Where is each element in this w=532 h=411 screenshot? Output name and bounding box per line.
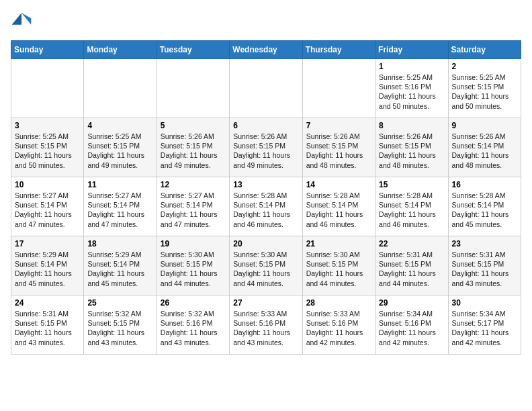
- day-number: 2: [452, 62, 517, 71]
- calendar-cell: 17Sunrise: 5:29 AM Sunset: 5:14 PM Dayli…: [11, 236, 84, 295]
- day-info: Sunrise: 5:26 AM Sunset: 5:15 PM Dayligh…: [306, 132, 371, 170]
- calendar-cell: 13Sunrise: 5:28 AM Sunset: 5:14 PM Dayli…: [230, 177, 302, 236]
- calendar-cell: 15Sunrise: 5:28 AM Sunset: 5:14 PM Dayli…: [375, 177, 448, 236]
- day-info: Sunrise: 5:34 AM Sunset: 5:16 PM Dayligh…: [379, 309, 444, 347]
- calendar-cell: 8Sunrise: 5:26 AM Sunset: 5:15 PM Daylig…: [375, 118, 448, 177]
- calendar-cell: 24Sunrise: 5:31 AM Sunset: 5:15 PM Dayli…: [11, 295, 84, 355]
- day-number: 11: [87, 180, 152, 189]
- day-info: Sunrise: 5:25 AM Sunset: 5:15 PM Dayligh…: [15, 132, 80, 170]
- calendar-cell: 27Sunrise: 5:33 AM Sunset: 5:16 PM Dayli…: [230, 295, 302, 355]
- day-number: 23: [452, 239, 517, 248]
- calendar-cell: 1Sunrise: 5:25 AM Sunset: 5:16 PM Daylig…: [375, 59, 448, 118]
- calendar-cell: 11Sunrise: 5:27 AM Sunset: 5:14 PM Dayli…: [84, 177, 157, 236]
- day-header-monday: Monday: [84, 41, 157, 59]
- day-number: 26: [161, 298, 226, 308]
- day-number: 21: [306, 239, 371, 248]
- day-info: Sunrise: 5:28 AM Sunset: 5:14 PM Dayligh…: [306, 191, 371, 229]
- day-header-saturday: Saturday: [448, 41, 521, 59]
- day-number: 10: [15, 180, 80, 189]
- day-number: 19: [161, 239, 226, 248]
- day-info: Sunrise: 5:25 AM Sunset: 5:15 PM Dayligh…: [452, 73, 517, 111]
- calendar-cell: 26Sunrise: 5:32 AM Sunset: 5:16 PM Dayli…: [157, 295, 229, 355]
- day-number: 13: [233, 180, 298, 189]
- day-header-sunday: Sunday: [11, 41, 84, 59]
- day-header-wednesday: Wednesday: [230, 41, 302, 59]
- calendar-week-row: 10Sunrise: 5:27 AM Sunset: 5:14 PM Dayli…: [11, 177, 521, 236]
- day-number: 4: [87, 121, 152, 130]
- day-number: 18: [87, 239, 152, 248]
- calendar-week-row: 17Sunrise: 5:29 AM Sunset: 5:14 PM Dayli…: [11, 236, 521, 295]
- calendar-cell: 2Sunrise: 5:25 AM Sunset: 5:15 PM Daylig…: [448, 59, 521, 118]
- day-info: Sunrise: 5:28 AM Sunset: 5:14 PM Dayligh…: [233, 191, 298, 229]
- day-info: Sunrise: 5:30 AM Sunset: 5:15 PM Dayligh…: [161, 250, 226, 288]
- calendar-cell: 19Sunrise: 5:30 AM Sunset: 5:15 PM Dayli…: [157, 236, 229, 295]
- calendar-cell: 6Sunrise: 5:26 AM Sunset: 5:15 PM Daylig…: [230, 118, 302, 177]
- day-number: 20: [233, 239, 298, 248]
- day-number: 24: [15, 298, 80, 308]
- calendar-cell: 21Sunrise: 5:30 AM Sunset: 5:15 PM Dayli…: [302, 236, 375, 295]
- logo: [11, 11, 35, 32]
- day-header-tuesday: Tuesday: [157, 41, 229, 59]
- day-info: Sunrise: 5:29 AM Sunset: 5:14 PM Dayligh…: [87, 250, 152, 288]
- day-number: 27: [233, 298, 298, 308]
- day-number: 1: [379, 62, 444, 71]
- day-header-thursday: Thursday: [302, 41, 375, 59]
- day-info: Sunrise: 5:27 AM Sunset: 5:14 PM Dayligh…: [87, 191, 152, 229]
- day-number: 9: [452, 121, 517, 130]
- day-info: Sunrise: 5:26 AM Sunset: 5:14 PM Dayligh…: [452, 132, 517, 170]
- calendar-cell: [11, 59, 84, 118]
- calendar-cell: 23Sunrise: 5:31 AM Sunset: 5:15 PM Dayli…: [448, 236, 521, 295]
- calendar-cell: 4Sunrise: 5:25 AM Sunset: 5:15 PM Daylig…: [84, 118, 157, 177]
- day-info: Sunrise: 5:29 AM Sunset: 5:14 PM Dayligh…: [15, 250, 80, 288]
- day-number: 17: [15, 239, 80, 248]
- day-info: Sunrise: 5:31 AM Sunset: 5:15 PM Dayligh…: [452, 250, 517, 288]
- day-info: Sunrise: 5:27 AM Sunset: 5:14 PM Dayligh…: [15, 191, 80, 229]
- day-info: Sunrise: 5:31 AM Sunset: 5:15 PM Dayligh…: [15, 309, 80, 347]
- day-info: Sunrise: 5:28 AM Sunset: 5:14 PM Dayligh…: [452, 191, 517, 229]
- calendar-cell: 14Sunrise: 5:28 AM Sunset: 5:14 PM Dayli…: [302, 177, 375, 236]
- logo-icon: [11, 11, 32, 32]
- calendar-cell: 29Sunrise: 5:34 AM Sunset: 5:16 PM Dayli…: [375, 295, 448, 355]
- day-info: Sunrise: 5:26 AM Sunset: 5:15 PM Dayligh…: [379, 132, 444, 170]
- day-number: 16: [452, 180, 517, 189]
- calendar-cell: [84, 59, 157, 118]
- calendar-cell: 18Sunrise: 5:29 AM Sunset: 5:14 PM Dayli…: [84, 236, 157, 295]
- day-number: 7: [306, 121, 371, 130]
- calendar-cell: 22Sunrise: 5:31 AM Sunset: 5:15 PM Dayli…: [375, 236, 448, 295]
- calendar-week-row: 3Sunrise: 5:25 AM Sunset: 5:15 PM Daylig…: [11, 118, 521, 177]
- day-info: Sunrise: 5:32 AM Sunset: 5:15 PM Dayligh…: [87, 309, 152, 347]
- page-header: [11, 11, 521, 32]
- calendar-week-row: 24Sunrise: 5:31 AM Sunset: 5:15 PM Dayli…: [11, 295, 521, 355]
- calendar-table: SundayMondayTuesdayWednesdayThursdayFrid…: [11, 40, 521, 355]
- calendar-cell: 9Sunrise: 5:26 AM Sunset: 5:14 PM Daylig…: [448, 118, 521, 177]
- calendar-cell: 3Sunrise: 5:25 AM Sunset: 5:15 PM Daylig…: [11, 118, 84, 177]
- day-number: 22: [379, 239, 444, 248]
- day-info: Sunrise: 5:33 AM Sunset: 5:16 PM Dayligh…: [306, 309, 371, 347]
- day-number: 6: [233, 121, 298, 130]
- day-number: 28: [306, 298, 371, 308]
- calendar-cell: 16Sunrise: 5:28 AM Sunset: 5:14 PM Dayli…: [448, 177, 521, 236]
- day-info: Sunrise: 5:28 AM Sunset: 5:14 PM Dayligh…: [379, 191, 444, 229]
- calendar-cell: [302, 59, 375, 118]
- day-info: Sunrise: 5:25 AM Sunset: 5:15 PM Dayligh…: [87, 132, 152, 170]
- calendar-week-row: 1Sunrise: 5:25 AM Sunset: 5:16 PM Daylig…: [11, 59, 521, 118]
- day-number: 25: [87, 298, 152, 308]
- day-info: Sunrise: 5:34 AM Sunset: 5:17 PM Dayligh…: [452, 309, 517, 347]
- day-info: Sunrise: 5:27 AM Sunset: 5:14 PM Dayligh…: [161, 191, 226, 229]
- day-number: 14: [306, 180, 371, 189]
- day-info: Sunrise: 5:26 AM Sunset: 5:15 PM Dayligh…: [233, 132, 298, 170]
- calendar-cell: 10Sunrise: 5:27 AM Sunset: 5:14 PM Dayli…: [11, 177, 84, 236]
- calendar-cell: 20Sunrise: 5:30 AM Sunset: 5:15 PM Dayli…: [230, 236, 302, 295]
- calendar-cell: 30Sunrise: 5:34 AM Sunset: 5:17 PM Dayli…: [448, 295, 521, 355]
- day-number: 12: [161, 180, 226, 189]
- day-info: Sunrise: 5:30 AM Sunset: 5:15 PM Dayligh…: [233, 250, 298, 288]
- calendar-cell: [157, 59, 229, 118]
- day-info: Sunrise: 5:25 AM Sunset: 5:16 PM Dayligh…: [379, 73, 444, 111]
- calendar-cell: 28Sunrise: 5:33 AM Sunset: 5:16 PM Dayli…: [302, 295, 375, 355]
- calendar-cell: 7Sunrise: 5:26 AM Sunset: 5:15 PM Daylig…: [302, 118, 375, 177]
- day-info: Sunrise: 5:26 AM Sunset: 5:15 PM Dayligh…: [161, 132, 226, 170]
- day-number: 5: [161, 121, 226, 130]
- calendar-cell: [230, 59, 302, 118]
- calendar-cell: 5Sunrise: 5:26 AM Sunset: 5:15 PM Daylig…: [157, 118, 229, 177]
- day-info: Sunrise: 5:31 AM Sunset: 5:15 PM Dayligh…: [379, 250, 444, 288]
